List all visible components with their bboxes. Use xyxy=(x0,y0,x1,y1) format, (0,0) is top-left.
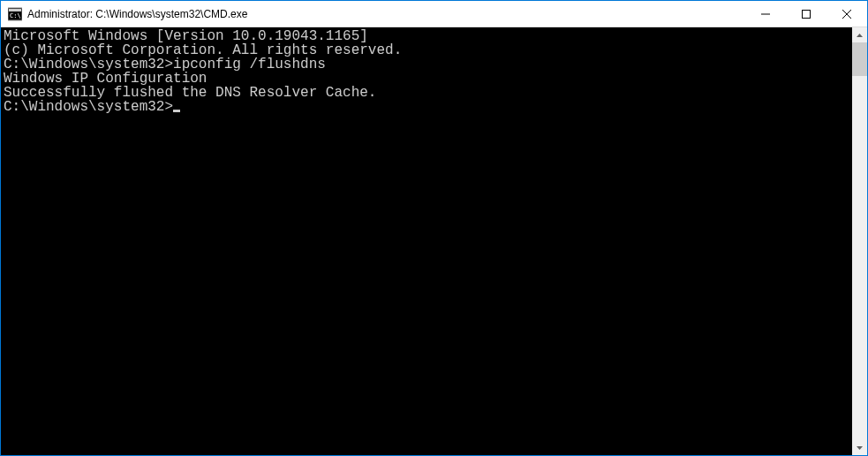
maximize-icon xyxy=(802,10,811,19)
content-area: Microsoft Windows [Version 10.0.19043.11… xyxy=(1,27,867,455)
cursor xyxy=(173,110,180,112)
window-title: Administrator: C:\Windows\system32\CMD.e… xyxy=(27,8,745,20)
svg-text:C:\: C:\ xyxy=(10,12,21,19)
terminal-output[interactable]: Microsoft Windows [Version 10.0.19043.11… xyxy=(1,27,852,455)
prompt-line: C:\Windows\system32> xyxy=(4,100,852,114)
chevron-down-icon xyxy=(857,446,863,450)
cmd-icon: C:\ xyxy=(8,7,22,21)
prompt: C:\Windows\system32> xyxy=(4,99,173,115)
maximize-button[interactable] xyxy=(786,1,826,27)
vertical-scrollbar[interactable] xyxy=(852,27,867,455)
output-line: Windows IP Configuration xyxy=(4,72,852,86)
chevron-up-icon xyxy=(857,34,863,37)
minimize-icon xyxy=(761,10,770,19)
output-line: Successfully flushed the DNS Resolver Ca… xyxy=(4,86,852,100)
output-line: Microsoft Windows [Version 10.0.19043.11… xyxy=(4,29,852,43)
scroll-down-button[interactable] xyxy=(852,440,867,455)
svg-rect-4 xyxy=(803,10,811,18)
svg-rect-1 xyxy=(9,9,21,11)
scroll-up-button[interactable] xyxy=(852,27,867,42)
minimize-button[interactable] xyxy=(745,1,786,27)
close-icon xyxy=(842,10,851,19)
titlebar[interactable]: C:\ Administrator: C:\Windows\system32\C… xyxy=(1,1,867,27)
prompt-line: C:\Windows\system32>ipconfig /flushdns xyxy=(4,57,852,72)
cmd-window: C:\ Administrator: C:\Windows\system32\C… xyxy=(0,0,868,456)
close-button[interactable] xyxy=(826,1,867,27)
scroll-thumb[interactable] xyxy=(852,42,867,76)
window-controls xyxy=(745,1,867,27)
output-line: (c) Microsoft Corporation. All rights re… xyxy=(4,43,852,57)
